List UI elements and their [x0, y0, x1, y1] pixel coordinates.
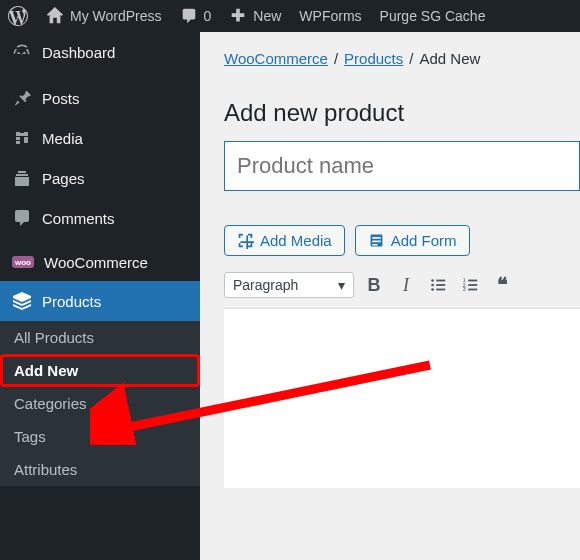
editor-toolbar: Paragraph ▾ B I 123 ❝ — [224, 266, 580, 304]
comments-count[interactable]: 0 — [180, 7, 212, 25]
svg-point-2 — [431, 279, 434, 282]
submenu-attributes[interactable]: Attributes — [0, 453, 200, 486]
purge-cache[interactable]: Purge SG Cache — [380, 8, 486, 24]
ol-icon: 123 — [461, 276, 479, 294]
crumb-woocommerce[interactable]: WooCommerce — [224, 50, 328, 67]
crumb-products[interactable]: Products — [344, 50, 403, 67]
label: Dashboard — [42, 44, 115, 61]
sidebar-item-media[interactable]: Media — [0, 118, 200, 158]
form-icon — [368, 232, 385, 249]
add-media-button[interactable]: Add Media — [224, 225, 345, 256]
sidebar-item-posts[interactable]: Posts — [0, 78, 200, 118]
svg-text:3: 3 — [463, 286, 466, 292]
svg-rect-3 — [436, 280, 445, 282]
submenu-all-products[interactable]: All Products — [0, 321, 200, 354]
ul-icon — [429, 276, 447, 294]
admin-toolbar: My WordPress 0 New WPForms Purge SG Cach… — [0, 0, 580, 32]
label: Add Form — [391, 232, 457, 249]
label: Comments — [42, 210, 115, 227]
product-title-input[interactable] — [224, 141, 580, 191]
pages-icon — [12, 168, 32, 188]
pin-icon — [12, 88, 32, 108]
new-content[interactable]: New — [229, 7, 281, 25]
media-icon — [12, 128, 32, 148]
svg-rect-7 — [436, 289, 445, 291]
italic-button[interactable]: I — [394, 273, 418, 297]
sidebar-item-pages[interactable]: Pages — [0, 158, 200, 198]
breadcrumb: WooCommerce/Products/Add New — [200, 32, 580, 81]
editor-content[interactable] — [224, 308, 580, 488]
svg-rect-13 — [468, 289, 477, 291]
svg-rect-9 — [468, 280, 477, 282]
sidebar-item-woocommerce[interactable]: woo WooCommerce — [0, 244, 200, 281]
wp-logo[interactable] — [8, 6, 28, 26]
plus-icon — [229, 7, 247, 25]
bullet-list-button[interactable] — [426, 273, 450, 297]
format-select[interactable]: Paragraph ▾ — [224, 272, 354, 298]
quote-button[interactable]: ❝ — [490, 273, 514, 297]
svg-text:woo: woo — [14, 258, 31, 267]
label: Pages — [42, 170, 85, 187]
svg-rect-11 — [468, 284, 477, 286]
label: Media — [42, 130, 83, 147]
label: Posts — [42, 90, 80, 107]
submenu-tags[interactable]: Tags — [0, 420, 200, 453]
label: WooCommerce — [44, 254, 148, 271]
page-heading: Add new product — [224, 99, 580, 127]
main-content: WooCommerce/Products/Add New Add new pro… — [200, 32, 580, 560]
site-title: My WordPress — [70, 8, 162, 24]
svg-rect-5 — [436, 284, 445, 286]
label: Add Media — [260, 232, 332, 249]
comments-badge: 0 — [204, 8, 212, 24]
admin-sidebar: Dashboard Posts Media Pages Comments woo… — [0, 32, 200, 560]
svg-point-4 — [431, 284, 434, 287]
sidebar-item-products[interactable]: Products — [0, 281, 200, 321]
sidebar-item-comments[interactable]: Comments — [0, 198, 200, 238]
media-icon — [237, 232, 254, 249]
products-icon — [12, 291, 32, 311]
new-label: New — [253, 8, 281, 24]
dashboard-icon — [12, 42, 32, 62]
chevron-down-icon: ▾ — [338, 277, 345, 293]
woocommerce-icon: woo — [12, 256, 34, 270]
bold-button[interactable]: B — [362, 273, 386, 297]
submenu-categories[interactable]: Categories — [0, 387, 200, 420]
number-list-button[interactable]: 123 — [458, 273, 482, 297]
home-icon — [46, 7, 64, 25]
products-submenu: All Products Add New Categories Tags Att… — [0, 321, 200, 486]
wordpress-icon — [8, 6, 28, 26]
label: Products — [42, 293, 101, 310]
site-home[interactable]: My WordPress — [46, 7, 162, 25]
svg-point-6 — [431, 288, 434, 291]
sidebar-item-dashboard[interactable]: Dashboard — [0, 32, 200, 72]
add-form-button[interactable]: Add Form — [355, 225, 470, 256]
submenu-add-new[interactable]: Add New — [0, 354, 200, 387]
comments-icon — [12, 208, 32, 228]
wpforms-link[interactable]: WPForms — [299, 8, 361, 24]
format-value: Paragraph — [233, 277, 298, 293]
crumb-current: Add New — [419, 50, 480, 67]
comment-icon — [180, 7, 198, 25]
